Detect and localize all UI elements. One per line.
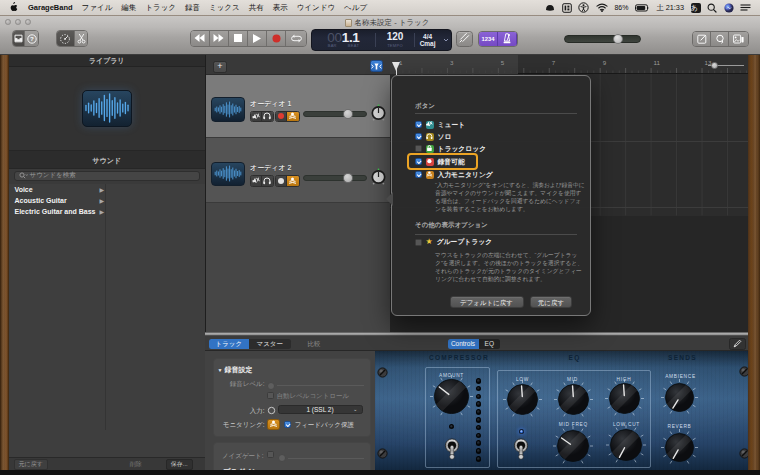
metronome-button[interactable] [498,32,517,47]
knob-reverb[interactable] [660,428,699,467]
knob-high[interactable] [604,378,645,419]
apple-menu-icon[interactable] [10,2,19,13]
lcd-display[interactable]: 001.1 BARBEAT 120 TEMPO 4/4 Cmaj [311,29,452,51]
track-mute-button[interactable] [251,176,262,186]
popover-option-mute[interactable]: ミュート [415,119,466,130]
lcd-key-cell[interactable]: 4/4 Cmaj [415,30,440,50]
knob-low-cut[interactable] [605,424,647,466]
tab-controls[interactable]: Controls [448,339,479,350]
menu-8[interactable]: ウインドウ [297,3,335,13]
ime-input-badge[interactable]: あ [691,3,701,13]
noise-gate-checkbox[interactable] [267,451,274,458]
menu-5[interactable]: ミックス [209,3,240,13]
track-volume-thumb[interactable] [343,109,353,119]
library-toggle-button[interactable] [13,31,25,46]
knob-mid-freq[interactable] [552,425,594,467]
sound-search-input[interactable]: サウンドを検索 [14,171,201,182]
menu-extra-icon[interactable] [545,3,555,12]
track-name[interactable]: オーディオ 2 [250,163,292,173]
track-volume-thumb[interactable] [343,173,353,183]
master-volume-slider[interactable] [564,35,641,43]
wifi-icon[interactable] [596,3,608,12]
library-item[interactable]: Voice▶ [9,184,206,195]
clock[interactable]: 土 21:33 [656,3,684,13]
popover-option-monitor[interactable]: 入力モニタリング [415,169,493,180]
stop-button[interactable] [229,31,248,47]
tab-track[interactable]: トラック [209,339,249,350]
rewind-button[interactable] [191,31,210,47]
track-volume-slider[interactable] [303,175,367,181]
restore-defaults-button[interactable]: デフォルトに戻す [450,296,524,308]
group-track-row[interactable]: ★ グループトラック [415,237,493,248]
timeline-ruler[interactable]: 135791113 [390,55,748,74]
menu-2[interactable]: 編集 [121,3,136,13]
track-record-enable-button[interactable] [276,176,287,186]
lcd-tempo-cell[interactable]: 120 TEMPO [376,30,414,50]
notification-center-icon[interactable] [740,3,751,12]
auto-level-checkbox[interactable] [267,392,274,399]
eq-power-switch[interactable] [511,437,531,461]
accessibility-icon[interactable] [578,2,589,13]
track-header-row[interactable]: オーディオ 2 [206,138,390,204]
lcd-position-cell[interactable]: 001.1 BARBEAT [312,30,375,50]
play-button[interactable] [248,31,267,47]
compressor-power-switch[interactable] [442,437,462,461]
track-input-monitoring-button[interactable] [287,112,298,122]
popover-revert-button[interactable]: 元に戻す [530,296,572,308]
noise-gate-knob[interactable] [278,454,286,462]
input-format-icon[interactable] [267,406,276,415]
library-save-button[interactable]: 保存... [166,459,193,470]
tuner-button[interactable] [57,31,75,46]
group-track-checkbox[interactable] [415,239,422,246]
lcd-chevron-icon[interactable] [440,30,451,50]
spotlight-icon[interactable] [707,3,717,13]
menu-1[interactable]: ファイル [82,3,113,13]
record-button[interactable] [267,31,286,47]
track-mute-button[interactable] [251,112,262,122]
recording-level-knob[interactable] [267,382,275,390]
edit-pencil-button[interactable] [729,338,746,350]
input-source-dropdown[interactable]: 1 (SSL 2) ⌄ [278,405,363,415]
master-tuning-button[interactable] [456,31,473,48]
forward-button[interactable] [210,31,229,47]
option-checkbox[interactable] [415,145,422,152]
siri-icon[interactable] [724,3,734,13]
input-monitoring-toggle[interactable] [267,419,280,430]
feedback-protection-checkbox[interactable] [284,421,291,428]
quick-help-button[interactable]: ? [25,31,38,46]
knob-ambience[interactable] [660,378,699,417]
option-checkbox[interactable] [415,171,422,178]
track-header-config-button[interactable] [370,60,383,72]
track-pan-knob[interactable] [370,104,387,121]
knob-mid[interactable] [553,379,594,420]
recording-level-slider[interactable] [277,385,364,386]
menu-3[interactable]: トラック [145,3,176,13]
cycle-button[interactable] [286,31,305,47]
tab-eq[interactable]: EQ [479,339,501,350]
loop-browser-button[interactable] [711,32,729,46]
library-revert-button[interactable]: 元に戻す [14,459,48,470]
library-item[interactable]: Electric Guitar and Bass▶ [9,206,206,217]
track-name[interactable]: オーディオ 1 [250,99,292,109]
count-in-button[interactable]: 1234 [479,32,498,47]
compare-button[interactable]: 比較 [302,339,326,350]
media-browser-button[interactable] [729,32,747,46]
noise-gate-slider[interactable] [288,458,364,459]
library-item[interactable]: Acoustic Guitar▶ [9,195,206,206]
menu-4[interactable]: 録音 [185,3,200,13]
editor-scissors-button[interactable] [75,31,88,46]
menu-9[interactable]: ヘルプ [344,3,367,13]
knob-low[interactable] [502,379,543,420]
library-delete-button[interactable]: 削除 [126,460,146,469]
track-record-enable-button[interactable] [276,112,287,122]
note-pad-button[interactable] [693,32,711,46]
menu-6[interactable]: 共有 [249,3,264,13]
menu-application[interactable]: GarageBand [28,3,73,12]
option-checkbox[interactable] [415,121,422,128]
recording-settings-header[interactable]: ▼ 録音設定 [218,365,253,375]
knob-amount[interactable] [429,374,474,419]
track-header-row[interactable]: オーディオ 1 [206,75,390,138]
popover-option-headphones[interactable]: ソロ [415,131,452,142]
option-checkbox[interactable] [415,133,422,140]
track-solo-button[interactable] [262,176,273,186]
